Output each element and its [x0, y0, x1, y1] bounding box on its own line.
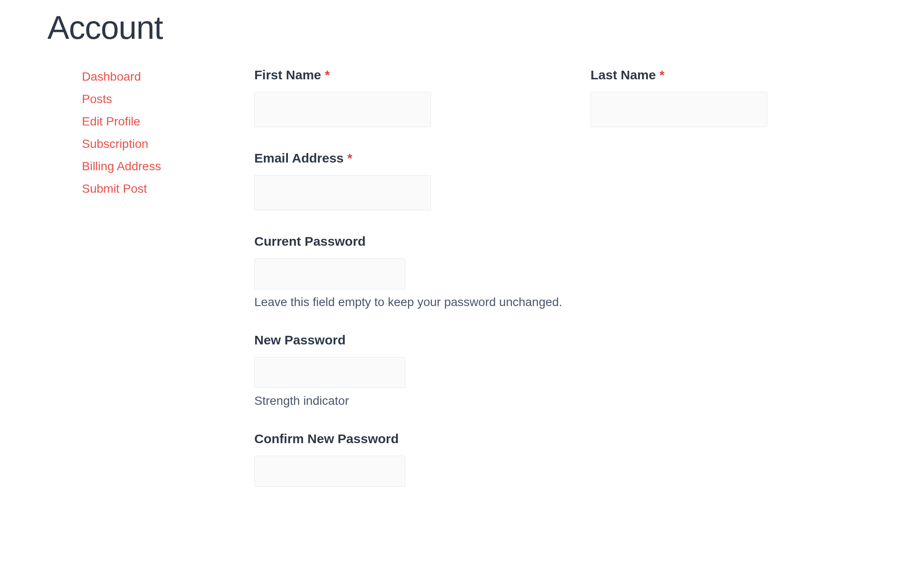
- sidebar-item-dashboard[interactable]: Dashboard: [82, 70, 141, 83]
- confirm-password-field[interactable]: [254, 456, 405, 487]
- first-name-label: First Name *: [254, 68, 431, 82]
- current-password-field[interactable]: [254, 258, 405, 289]
- main-content: First Name * Last Name * Email Address *: [254, 68, 853, 510]
- required-indicator: *: [325, 68, 330, 82]
- last-name-label: Last Name *: [591, 68, 767, 82]
- sidebar-item-edit-profile[interactable]: Edit Profile: [82, 115, 140, 128]
- first-name-field[interactable]: [254, 92, 431, 127]
- new-password-label: New Password: [254, 333, 853, 347]
- email-field[interactable]: [254, 175, 431, 210]
- page-title: Account: [47, 9, 853, 46]
- last-name-field[interactable]: [591, 92, 767, 127]
- email-label: Email Address *: [254, 151, 853, 166]
- current-password-label: Current Password: [254, 234, 853, 249]
- strength-indicator: Strength indicator: [254, 394, 853, 408]
- new-password-field[interactable]: [254, 357, 405, 388]
- sidebar-item-posts[interactable]: Posts: [82, 92, 112, 106]
- sidebar-item-submit-post[interactable]: Submit Post: [82, 182, 147, 195]
- sidebar-nav: Dashboard Posts Edit Profile Subscriptio…: [47, 68, 181, 510]
- sidebar-item-subscription[interactable]: Subscription: [82, 137, 148, 150]
- required-indicator: *: [347, 151, 353, 165]
- current-password-help: Leave this field empty to keep your pass…: [254, 295, 853, 309]
- sidebar-item-billing-address[interactable]: Billing Address: [82, 160, 161, 173]
- confirm-password-label: Confirm New Password: [254, 432, 853, 446]
- required-indicator: *: [659, 68, 665, 82]
